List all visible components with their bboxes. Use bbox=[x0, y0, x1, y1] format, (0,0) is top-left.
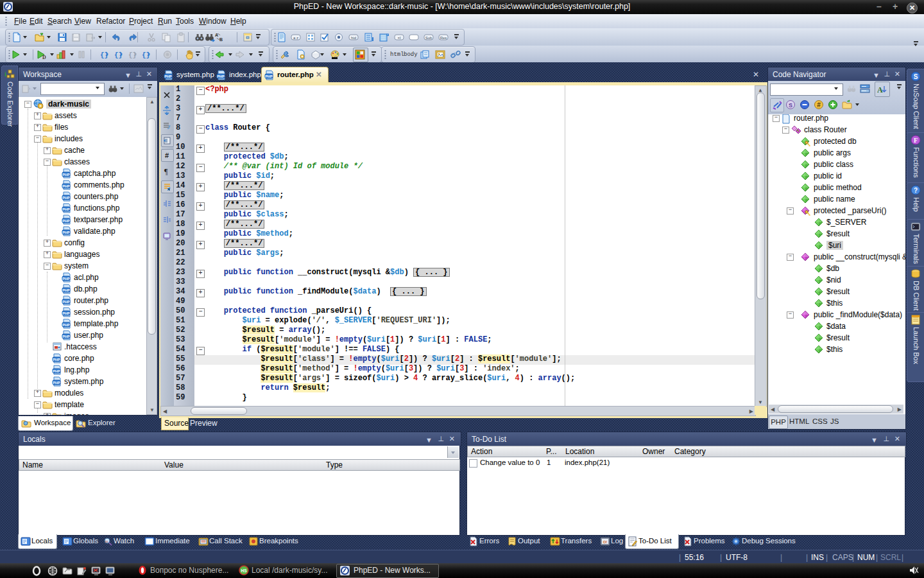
svg-text:hid: hid bbox=[351, 36, 356, 40]
svg-text:Sub: Sub bbox=[425, 36, 432, 40]
svg-text:io: io bbox=[105, 539, 108, 543]
svg-text:?: ? bbox=[914, 187, 918, 194]
svg-text:PHP: PHP bbox=[62, 335, 70, 338]
svg-text:PHP: PHP bbox=[53, 369, 60, 373]
svg-text:A: A bbox=[877, 85, 883, 94]
svg-text:PHP: PHP bbox=[164, 74, 172, 78]
svg-text:D: D bbox=[42, 55, 46, 60]
svg-text:#: # bbox=[817, 101, 821, 109]
svg-text:PHP: PHP bbox=[62, 196, 70, 200]
svg-text:#: # bbox=[165, 152, 169, 159]
svg-text:PHP: PHP bbox=[62, 288, 70, 292]
svg-text:{}: {} bbox=[114, 51, 123, 59]
svg-text:HS: HS bbox=[241, 568, 247, 573]
svg-text:PHP: PHP bbox=[53, 381, 60, 385]
svg-text:Res: Res bbox=[440, 36, 447, 40]
svg-text:PHP: PHP bbox=[62, 219, 70, 223]
svg-text:PHP: PHP bbox=[217, 74, 225, 78]
svg-text:PHP: PHP bbox=[62, 311, 70, 315]
svg-text:i: i bbox=[4, 70, 6, 78]
svg-text:{}: {} bbox=[142, 51, 150, 59]
svg-text:PHP: PHP bbox=[62, 184, 70, 188]
svg-text:PHP: PHP bbox=[62, 300, 70, 304]
svg-text:O!: O! bbox=[603, 540, 608, 544]
svg-text:S: S bbox=[789, 102, 792, 109]
svg-text:PHP: PHP bbox=[62, 323, 70, 327]
svg-text:F: F bbox=[914, 137, 918, 144]
svg-text:PHP: PHP bbox=[265, 74, 273, 78]
svg-text:×I: ×I bbox=[397, 36, 401, 40]
svg-text:a z: a z bbox=[293, 36, 298, 40]
svg-text:PHP: PHP bbox=[53, 358, 60, 362]
svg-text:{}: {} bbox=[128, 51, 137, 59]
svg-text:PHP: PHP bbox=[62, 277, 70, 281]
svg-text:PHP: PHP bbox=[62, 207, 70, 211]
svg-text:PHP: PHP bbox=[62, 173, 70, 177]
svg-text:S: S bbox=[914, 73, 918, 80]
svg-text:{}: {} bbox=[100, 51, 108, 59]
svg-text:PHP: PHP bbox=[62, 231, 70, 234]
svg-text:¶: ¶ bbox=[164, 167, 168, 175]
